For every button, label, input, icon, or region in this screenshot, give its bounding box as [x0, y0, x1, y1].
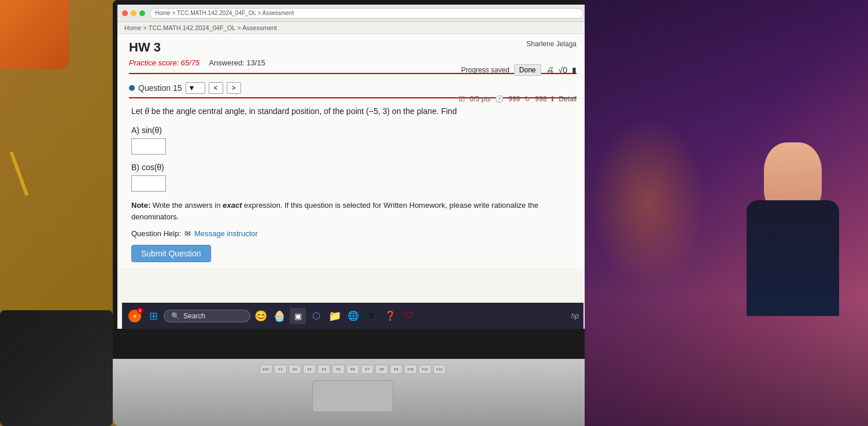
- progress-row: Progress saved Done 🖨 √0 ▮: [461, 64, 577, 76]
- taskbar-edge-app[interactable]: 🌐: [345, 308, 361, 324]
- key-f9[interactable]: F9: [390, 365, 402, 374]
- progress-saved-text: Progress saved: [461, 66, 509, 74]
- main-content: HW 3 Sharlene Jelaga Practice score: 65/…: [117, 34, 588, 268]
- key-f2[interactable]: F2: [289, 365, 301, 374]
- details-label: Detail: [559, 95, 577, 103]
- header-row: HW 3 Sharlene Jelaga: [129, 40, 577, 55]
- taskbar-onedrive-app[interactable]: ⬡: [308, 308, 324, 324]
- light-glow: [590, 116, 706, 289]
- part-a-input[interactable]: [131, 138, 166, 155]
- key-f6[interactable]: F6: [346, 365, 359, 374]
- part-a-label: A) sin(θ): [131, 126, 574, 135]
- screen-content: Home > TCC.MATH.142.2024_04F_OL > Assess…: [117, 5, 588, 329]
- answered-label: Answered: 13/15: [209, 58, 265, 67]
- attempts-count: 999: [508, 95, 520, 103]
- page-title: HW 3: [129, 40, 161, 55]
- taskbar-antivirus-app[interactable]: 🛡: [401, 308, 417, 324]
- retry-icon: ↻: [525, 95, 530, 103]
- points-label: 0/5 pts: [470, 95, 490, 103]
- edge-notification-icon[interactable]: e 1: [127, 308, 143, 324]
- key-f3[interactable]: F3: [303, 365, 316, 374]
- practice-score: Practice score: 65/75: [129, 58, 200, 67]
- browser-bar: Home > TCC.MATH.142.2024_04F_OL > Assess…: [117, 5, 588, 22]
- part-b-label: B) cos(θ): [131, 163, 574, 172]
- print-icon[interactable]: 🖨: [546, 65, 554, 75]
- key-f10[interactable]: F10: [404, 365, 417, 374]
- question-dropdown[interactable]: ▼: [186, 82, 205, 94]
- toggle-icon[interactable]: ▮: [572, 65, 577, 75]
- sqrt-icon: √0: [559, 65, 567, 75]
- question-text: Let θ be the angle central angle, in sta…: [131, 105, 574, 117]
- breadcrumb: Home > TCC.MATH.142.2024_04F_OL > Assess…: [117, 22, 588, 34]
- coffee-cup-decoration: [0, 0, 69, 69]
- taskbar-search-box[interactable]: 🔍 Search: [164, 310, 250, 322]
- submit-question-button[interactable]: Submit Question: [131, 245, 211, 262]
- key-f8[interactable]: F8: [375, 365, 388, 374]
- taskbar-emoji-app[interactable]: 😊: [253, 308, 269, 324]
- question-help-row: Question Help: ✉ Message instructor: [131, 229, 574, 238]
- points-row: ☑ 0/5 pts 🕐 999 ↻ 998 ℹ Detail: [459, 95, 577, 103]
- black-tray-decoration: [0, 310, 113, 426]
- info-icon[interactable]: ℹ: [551, 95, 554, 103]
- key-f5[interactable]: F5: [332, 365, 345, 374]
- taskbar-store-app[interactable]: ⊞: [364, 308, 380, 324]
- laptop-container: Home > TCC.MATH.142.2024_04F_OL > Assess…: [113, 0, 593, 426]
- search-text: Search: [183, 312, 205, 320]
- note-text: Note: Write the answers in exact express…: [131, 200, 574, 222]
- key-f11[interactable]: F11: [419, 365, 431, 374]
- phone-screen: [585, 0, 868, 426]
- done-button[interactable]: Done: [514, 64, 541, 76]
- question-help-label: Question Help:: [131, 229, 181, 238]
- message-instructor-link[interactable]: Message instructor: [194, 229, 258, 238]
- key-f12[interactable]: F12: [433, 365, 446, 374]
- url-bar[interactable]: Home > TCC.MATH.142.2024_04F_OL > Assess…: [155, 10, 294, 16]
- laptop-keyboard: ESC F1 F2 F3 F4 F5 F6 F7 F8 F9 F10 F11 F…: [113, 359, 593, 426]
- question-dot: [129, 85, 135, 91]
- windows-start-button[interactable]: ⊞: [145, 308, 161, 324]
- checkbox-icon: ☑: [459, 95, 465, 103]
- phone-container: [585, 0, 868, 426]
- email-icon: ✉: [184, 229, 191, 238]
- next-question-button[interactable]: >: [227, 82, 241, 94]
- taskbar-folder-app[interactable]: 📁: [327, 308, 343, 324]
- question-body: Let θ be the angle central angle, in sta…: [129, 105, 577, 262]
- taskbar-help-app[interactable]: ❓: [382, 308, 398, 324]
- key-f1[interactable]: F1: [274, 365, 287, 374]
- touchpad[interactable]: [312, 380, 393, 412]
- keyboard-row-1: ESC F1 F2 F3 F4 F5 F6 F7 F8 F9 F10 F11 F…: [260, 365, 446, 374]
- clock-icon: 🕐: [495, 95, 504, 103]
- person-area: [741, 113, 845, 357]
- screen-bezel: Home > TCC.MATH.142.2024_04F_OL > Assess…: [113, 0, 593, 359]
- part-b-input[interactable]: [131, 175, 166, 192]
- prev-question-button[interactable]: <: [209, 82, 223, 94]
- question-label: Question 15: [138, 83, 182, 93]
- body-shape: [747, 200, 839, 316]
- taskbar-files-app[interactable]: ▣: [290, 308, 306, 324]
- key-esc[interactable]: ESC: [260, 365, 272, 374]
- key-f7[interactable]: F7: [361, 365, 374, 374]
- hp-logo: hp: [571, 312, 579, 320]
- user-name: Sharlene Jelaga: [526, 40, 577, 48]
- taskbar-cupcake-app[interactable]: 🧁: [271, 308, 287, 324]
- search-icon: 🔍: [171, 312, 180, 320]
- key-f4[interactable]: F4: [317, 365, 330, 374]
- taskbar: e 1 ⊞ 🔍 Search 😊 🧁 ▣: [122, 303, 583, 329]
- retries-count: 998: [535, 95, 546, 103]
